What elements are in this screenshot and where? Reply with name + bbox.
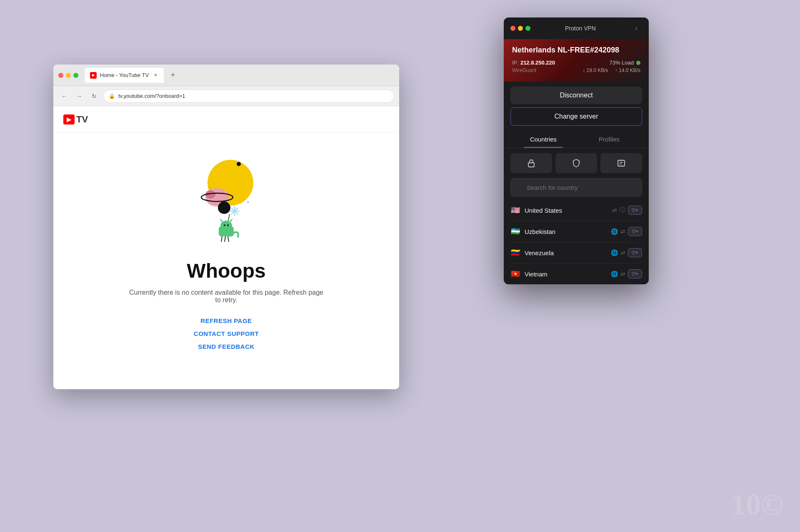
vpn-speeds: ↓ 19.0 KB/s ↑ 14.0 KB/s [582, 67, 640, 73]
vpn-load: 73% Load [609, 60, 640, 66]
yttv-logo-text: TV [76, 114, 88, 125]
vpn-download-speed: ↓ 19.0 KB/s [582, 67, 608, 73]
vpn-upload-speed: ↑ 14.0 KB/s [615, 67, 640, 73]
vpn-close-button[interactable] [510, 26, 515, 31]
plus-button-ve[interactable]: ▽+ [628, 248, 642, 257]
svg-point-1 [237, 162, 241, 166]
info-icon-us[interactable]: ⓘ [620, 206, 625, 214]
browser-addressbar: ← → ↻ 🔒 tv.youtube.com/?onboard=1 [53, 86, 399, 106]
browser-maximize-button[interactable] [73, 73, 78, 78]
vpn-ip-value: 212.8.250.220 [520, 60, 555, 66]
vpn-search-wrap: 🔍 [510, 178, 642, 196]
country-name-uz: Uzbekistan [525, 228, 607, 235]
vpn-server-name: Netherlands NL-FREE#242098 [512, 46, 640, 55]
browser-tab[interactable]: ▶ Home - YouTube TV ✕ [85, 68, 164, 83]
tab-profiles[interactable]: Profiles [576, 131, 642, 148]
tab-countries[interactable]: Countries [510, 131, 576, 148]
svg-rect-22 [528, 163, 534, 167]
flag-us: 🇺🇸 [510, 206, 520, 214]
reconnect-icon-vn[interactable]: ⇄ [620, 271, 625, 277]
yttv-illustration: ✦ ✦ [185, 149, 268, 249]
vpn-tabs: Countries Profiles [504, 131, 649, 148]
address-security-icon: 🔒 [109, 93, 115, 99]
new-tab-button[interactable]: + [167, 70, 179, 81]
vpn-traffic-lights [510, 26, 530, 31]
forward-button[interactable]: → [73, 90, 85, 102]
vpn-action-buttons: Disconnect Change server [504, 82, 649, 131]
tab-favicon: ▶ [90, 72, 97, 79]
vpn-ip-label: IP: [512, 60, 519, 66]
desktop: ▶ Home - YouTube TV ✕ + ← → ↻ 🔒 tv.youtu… [0, 0, 800, 532]
vpn-search-container: 🔍 [504, 178, 649, 200]
refresh-button[interactable]: ↻ [88, 90, 100, 102]
browser-content: ▶ TV [53, 106, 399, 389]
country-name-vn: Vietnam [525, 271, 607, 278]
globe-icon-uz[interactable]: 🌐 [611, 228, 618, 235]
send-feedback-link[interactable]: SEND FEEDBACK [198, 343, 255, 350]
vpn-country-list: 🇺🇸 United States ⇄ ⓘ ▽+ 🇺🇿 Uzbekistan 🌐 … [504, 200, 649, 284]
vpn-minimize-button[interactable] [518, 26, 523, 31]
vpn-connection-header: Netherlands NL-FREE#242098 IP: 212.8.250… [504, 39, 649, 82]
svg-point-12 [220, 221, 232, 231]
reconnect-icon-ve[interactable]: ⇄ [620, 249, 625, 256]
change-server-button[interactable]: Change server [510, 107, 642, 126]
yttv-logo-icon: ▶ [63, 114, 75, 124]
svg-text:✦: ✦ [209, 186, 212, 190]
address-bar[interactable]: 🔒 tv.youtube.com/?onboard=1 [103, 89, 394, 103]
browser-titlebar: ▶ Home - YouTube TV ✕ + [53, 65, 399, 86]
filter-lock-button[interactable] [510, 153, 552, 173]
vpn-titlebar: Proton VPN › [504, 17, 649, 39]
country-item-us[interactable]: 🇺🇸 United States ⇄ ⓘ ▽+ [510, 200, 642, 221]
disconnect-button[interactable]: Disconnect [510, 87, 642, 104]
back-button[interactable]: ← [58, 90, 70, 102]
plus-button-us[interactable]: ▽+ [628, 206, 642, 215]
globe-icon-ve[interactable]: 🌐 [611, 249, 618, 256]
country-name-ve: Venezuela [525, 249, 607, 256]
url-text: tv.youtube.com/?onboard=1 [118, 93, 185, 99]
tab-label: Home - YouTube TV [100, 72, 149, 78]
svg-point-19 [227, 224, 229, 226]
filter-shield-button[interactable] [555, 153, 597, 173]
contact-support-link[interactable]: CONTACT SUPPORT [194, 330, 259, 337]
country-name-us: United States [525, 207, 608, 214]
vpn-protocol-row: WireGuard ↓ 19.0 KB/s ↑ 14.0 KB/s [512, 67, 640, 73]
tab-close-button[interactable]: ✕ [152, 72, 159, 79]
svg-rect-23 [618, 160, 625, 166]
browser-window: ▶ Home - YouTube TV ✕ + ← → ↻ 🔒 tv.youtu… [53, 65, 399, 389]
vpn-nav-forward[interactable]: › [630, 22, 642, 34]
vpn-maximize-button[interactable] [525, 26, 530, 31]
yttv-action-links: REFRESH PAGE CONTACT SUPPORT SEND FEEDBA… [194, 317, 259, 350]
refresh-page-link[interactable]: REFRESH PAGE [200, 317, 252, 324]
vpn-info-row: IP: 212.8.250.220 73% Load [512, 60, 640, 66]
reconnect-icon-us[interactable]: ⇄ [612, 207, 617, 214]
vpn-load-text: 73% Load [609, 60, 634, 66]
vpn-protocol: WireGuard [512, 67, 536, 73]
browser-minimize-button[interactable] [66, 73, 71, 78]
vpn-load-indicator [636, 61, 640, 65]
browser-traffic-lights [58, 73, 78, 78]
country-item-uz[interactable]: 🇺🇿 Uzbekistan 🌐 ⇄ ▽+ [510, 221, 642, 242]
country-actions-ve: 🌐 ⇄ ▽+ [611, 248, 642, 257]
country-search-input[interactable] [510, 178, 642, 196]
filter-profile-button[interactable] [600, 153, 642, 173]
yttv-logo: ▶ TV [63, 114, 88, 125]
plus-button-uz[interactable]: ▽+ [628, 227, 642, 236]
svg-marker-14 [230, 218, 233, 222]
plus-button-vn[interactable]: ▽+ [628, 269, 642, 278]
browser-close-button[interactable] [58, 73, 63, 78]
country-item-vn[interactable]: 🇻🇳 Vietnam 🌐 ⇄ ▽+ [510, 264, 642, 284]
flag-uz: 🇺🇿 [510, 228, 520, 235]
svg-text:✦: ✦ [246, 200, 250, 204]
reconnect-icon-uz[interactable]: ⇄ [620, 228, 625, 235]
svg-marker-13 [220, 218, 223, 222]
globe-icon-vn[interactable]: 🌐 [611, 271, 618, 277]
svg-line-16 [225, 236, 225, 242]
vpn-window: Proton VPN › Netherlands NL-FREE#242098 … [504, 17, 649, 284]
country-item-ve[interactable]: 🇻🇪 Venezuela 🌐 ⇄ ▽+ [510, 242, 642, 264]
yttv-main-content: ✦ ✦ Whoops Currently there is no content… [53, 133, 399, 389]
country-actions-vn: 🌐 ⇄ ▽+ [611, 269, 642, 278]
svg-point-5 [218, 201, 230, 214]
country-actions-us: ⇄ ⓘ ▽+ [612, 206, 642, 215]
flag-ve: 🇻🇪 [510, 249, 520, 256]
desktop-watermark: 10© [731, 487, 783, 522]
